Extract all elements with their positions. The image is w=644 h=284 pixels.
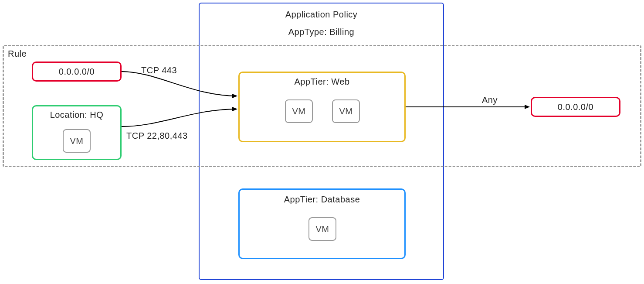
diagram-canvas: Application Policy AppType: Billing Rule… bbox=[0, 0, 644, 284]
vm-text: VM bbox=[70, 136, 84, 146]
edge-tcp443-label: TCP 443 bbox=[141, 65, 177, 75]
apptier-web-label: AppTier: Web bbox=[238, 77, 406, 87]
dest-any-box: 0.0.0.0/0 bbox=[531, 97, 620, 117]
source-any-text: 0.0.0.0/0 bbox=[59, 67, 95, 77]
application-policy-title: Application Policy bbox=[199, 10, 444, 20]
dest-any-text: 0.0.0.0/0 bbox=[558, 102, 593, 112]
application-policy-subtitle: AppType: Billing bbox=[199, 27, 444, 37]
edge-any-label: Any bbox=[482, 95, 498, 105]
rule-label: Rule bbox=[8, 49, 27, 59]
apptier-db-label: AppTier: Database bbox=[238, 195, 406, 205]
apptier-web-vm1: VM bbox=[285, 99, 313, 123]
location-hq-vm: VM bbox=[63, 129, 91, 153]
location-hq-label: Location: HQ bbox=[32, 110, 122, 120]
apptier-web-vm2: VM bbox=[332, 99, 360, 123]
vm-text: VM bbox=[316, 224, 329, 234]
apptier-db-vm: VM bbox=[308, 217, 336, 241]
vm-text: VM bbox=[292, 106, 306, 116]
edge-tcpmulti-label: TCP 22,80,443 bbox=[126, 131, 188, 141]
source-any-box: 0.0.0.0/0 bbox=[32, 62, 122, 82]
vm-text: VM bbox=[339, 106, 353, 116]
